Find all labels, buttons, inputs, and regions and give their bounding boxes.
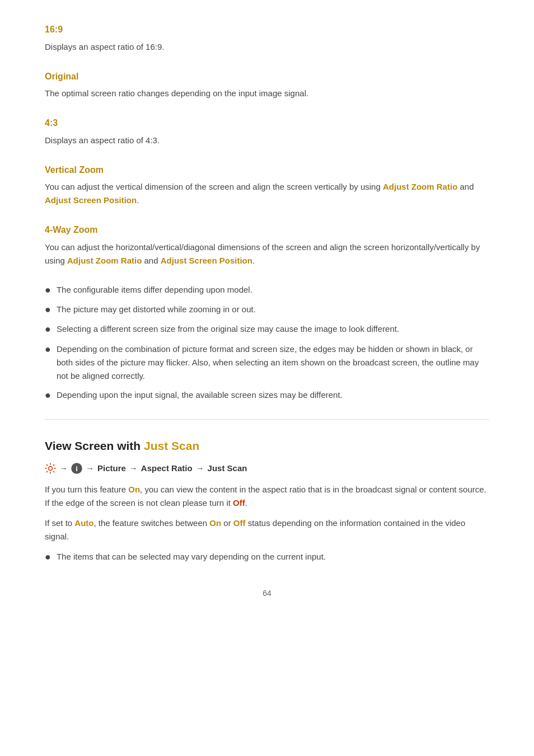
section-vertical-zoom-title: Vertical Zoom bbox=[45, 163, 489, 177]
list-item-text: The configurable items differ depending … bbox=[57, 283, 252, 297]
adjust-zoom-ratio-link-1: Adjust Zoom Ratio bbox=[383, 182, 457, 191]
nav-arrow-3: → bbox=[129, 462, 138, 475]
adjust-screen-position-link-1: Adjust Screen Position bbox=[45, 195, 137, 205]
body2-auto: Auto bbox=[74, 518, 93, 528]
section-16-9: 16:9 Displays an aspect ratio of 16:9. bbox=[45, 22, 489, 54]
section-4-way-zoom-body: You can adjust the horizontal/vertical/d… bbox=[45, 241, 489, 267]
settings-icon bbox=[45, 463, 56, 474]
section-vertical-zoom-body: You can adjust the vertical dimension of… bbox=[45, 180, 489, 207]
list-item: ● Depending on the combination of pictur… bbox=[45, 342, 489, 383]
list-item-text: The picture may get distorted while zoom… bbox=[57, 303, 256, 316]
section-16-9-title: 16:9 bbox=[45, 22, 489, 37]
notes-list: ● The configurable items differ dependin… bbox=[45, 283, 489, 402]
bullet-dot-icon: ● bbox=[45, 283, 51, 297]
bullet-dot-icon: ● bbox=[45, 322, 51, 336]
section-vertical-zoom: Vertical Zoom You can adjust the vertica… bbox=[45, 163, 489, 208]
nav-arrow-2: → bbox=[86, 462, 94, 475]
section-original: Original The optimal screen ratio change… bbox=[45, 69, 489, 101]
list-item: ● The items that can be selected may var… bbox=[45, 550, 489, 564]
view-screen-body-1: If you turn this feature On, you can vie… bbox=[45, 483, 489, 510]
section-4-3-body: Displays an aspect ratio of 4:3. bbox=[45, 134, 489, 147]
vertical-zoom-text-suffix: . bbox=[137, 195, 139, 205]
4-way-zoom-text-suffix: . bbox=[252, 256, 255, 265]
nav-arrow-4: → bbox=[196, 462, 204, 475]
list-item: ● The configurable items differ dependin… bbox=[45, 283, 489, 297]
section-4-3: 4:3 Displays an aspect ratio of 4:3. bbox=[45, 116, 489, 147]
bullet-dot-icon: ● bbox=[45, 342, 51, 356]
list-item: ● Depending upon the input signal, the a… bbox=[45, 388, 489, 402]
list-item-text: Depending on the combination of picture … bbox=[57, 342, 489, 383]
bullet-dot-icon: ● bbox=[45, 388, 51, 402]
svg-point-0 bbox=[49, 467, 53, 471]
adjust-zoom-ratio-link-2: Adjust Zoom Ratio bbox=[67, 256, 142, 265]
vertical-zoom-text-and: and bbox=[457, 182, 474, 191]
4-way-zoom-text-and: and bbox=[142, 256, 160, 265]
vertical-zoom-text-prefix: You can adjust the vertical dimension of… bbox=[45, 182, 383, 191]
body2-prefix: If set to bbox=[45, 518, 74, 528]
bullet-dot-icon: ● bbox=[45, 550, 51, 564]
section-4-way-zoom-title: 4-Way Zoom bbox=[45, 223, 489, 237]
just-scan-title-highlight: Just Scan bbox=[144, 439, 199, 452]
body2-on: On bbox=[209, 518, 221, 528]
list-item: ● The picture may get distorted while zo… bbox=[45, 303, 489, 317]
body1-on: On bbox=[128, 485, 140, 494]
body1-off: Off bbox=[233, 498, 245, 508]
nav-picture: Picture bbox=[97, 462, 126, 475]
svg-text:i: i bbox=[76, 464, 78, 473]
list-item-text: Depending upon the input signal, the ava… bbox=[57, 388, 343, 402]
page-number: 64 bbox=[45, 587, 489, 599]
nav-just-scan: Just Scan bbox=[208, 462, 247, 475]
section-original-body: The optimal screen ratio changes dependi… bbox=[45, 87, 489, 100]
section-4-way-zoom: 4-Way Zoom You can adjust the horizontal… bbox=[45, 223, 489, 267]
list-item-text: The items that can be selected may vary … bbox=[57, 550, 326, 564]
body2-off: Off bbox=[233, 518, 246, 528]
section-divider bbox=[45, 419, 489, 420]
view-screen-section: View Screen with Just Scan → i → Picture… bbox=[45, 436, 489, 565]
nav-path: → i → Picture → Aspect Ratio → Just Scan bbox=[45, 462, 489, 475]
nav-arrow-1: → bbox=[59, 462, 68, 475]
body1-suffix: . bbox=[245, 498, 247, 508]
body2-or: or bbox=[221, 518, 233, 528]
page-container: 16:9 Displays an aspect ratio of 16:9. O… bbox=[0, 0, 534, 756]
bullet-dot-icon: ● bbox=[45, 303, 51, 317]
list-item-text: Selecting a different screen size from t… bbox=[57, 322, 399, 336]
section-4-3-title: 4:3 bbox=[45, 116, 489, 130]
body2-middle: , the feature switches between bbox=[94, 518, 210, 528]
view-screen-title-prefix: View Screen with bbox=[45, 439, 144, 452]
view-screen-body-2: If set to Auto, the feature switches bet… bbox=[45, 516, 489, 543]
section-original-title: Original bbox=[45, 69, 489, 84]
view-screen-title: View Screen with Just Scan bbox=[45, 436, 489, 456]
adjust-screen-position-link-2: Adjust Screen Position bbox=[161, 256, 252, 265]
nav-aspect-ratio: Aspect Ratio bbox=[141, 462, 193, 475]
section-16-9-body: Displays an aspect ratio of 16:9. bbox=[45, 40, 489, 54]
list-item: ● Selecting a different screen size from… bbox=[45, 322, 489, 336]
view-screen-bullets: ● The items that can be selected may var… bbox=[45, 550, 489, 564]
info-circle-icon: i bbox=[71, 463, 82, 474]
body1-prefix: If you turn this feature bbox=[45, 485, 128, 494]
